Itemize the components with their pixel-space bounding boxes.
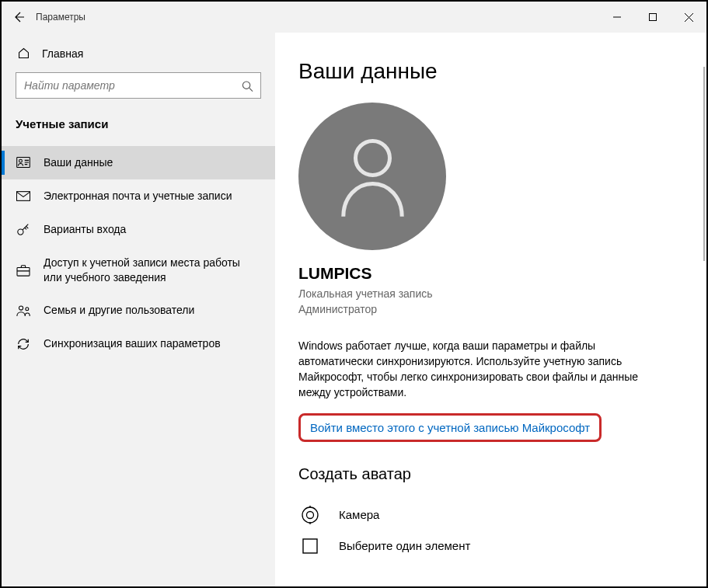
svg-point-3 xyxy=(19,160,23,163)
minimize-button[interactable] xyxy=(599,2,635,33)
minimize-icon xyxy=(613,13,621,21)
svg-point-7 xyxy=(19,306,23,310)
window-title: Параметры xyxy=(36,12,85,23)
arrow-left-icon xyxy=(12,11,25,23)
option-browse[interactable]: Выберите один элемент xyxy=(298,531,683,561)
svg-point-10 xyxy=(302,507,318,523)
titlebar: Параметры xyxy=(2,2,706,33)
sidebar-home-label: Главная xyxy=(42,47,83,60)
briefcase-icon xyxy=(16,264,31,277)
home-icon xyxy=(16,47,31,60)
sidebar-item-email[interactable]: Электронная почта и учетные записи xyxy=(2,179,275,213)
svg-rect-12 xyxy=(303,539,317,553)
scrollbar-thumb[interactable] xyxy=(703,67,705,261)
svg-rect-0 xyxy=(650,14,657,21)
close-icon xyxy=(685,13,693,22)
sidebar-item-signin-options[interactable]: Варианты входа xyxy=(2,213,275,246)
maximize-icon xyxy=(649,13,657,21)
search-icon[interactable] xyxy=(242,81,253,95)
sync-description: Windows работает лучше, когда ваши парам… xyxy=(298,338,671,401)
search-input[interactable] xyxy=(16,72,261,99)
svg-rect-6 xyxy=(17,267,30,276)
sidebar-item-label: Синхронизация ваших параметров xyxy=(44,336,261,351)
key-icon xyxy=(16,222,31,236)
sidebar-item-family[interactable]: Семья и другие пользователи xyxy=(2,294,275,327)
svg-point-8 xyxy=(25,308,28,311)
sidebar-item-label: Ваши данные xyxy=(44,155,261,170)
option-label: Выберите один элемент xyxy=(339,539,470,552)
scrollbar[interactable] xyxy=(703,67,706,582)
content-area: Ваши данные LUMPICS Локальная учетная за… xyxy=(275,33,706,586)
sidebar-item-label: Варианты входа xyxy=(44,222,261,237)
sidebar-item-label: Семья и другие пользователи xyxy=(44,303,261,318)
svg-point-9 xyxy=(355,141,389,175)
sidebar-item-work-access[interactable]: Доступ к учетной записи места работы или… xyxy=(2,246,275,294)
sidebar-item-label: Доступ к учетной записи места работы или… xyxy=(44,256,261,285)
back-button[interactable] xyxy=(2,2,36,33)
option-label: Камера xyxy=(339,508,379,521)
user-card-icon xyxy=(16,157,31,168)
highlight-frame: Войти вместо этого с учетной записью Май… xyxy=(298,413,602,442)
account-role: Администратор xyxy=(298,301,683,317)
svg-point-1 xyxy=(242,82,249,89)
avatar xyxy=(298,103,446,250)
window-controls xyxy=(599,2,706,33)
sidebar-category: Учетные записи xyxy=(2,111,275,146)
create-avatar-heading: Создать аватар xyxy=(298,465,683,483)
username: LUMPICS xyxy=(298,264,683,283)
user-icon xyxy=(336,134,410,219)
svg-point-11 xyxy=(307,511,314,518)
sidebar-item-label: Электронная почта и учетные записи xyxy=(44,189,261,204)
maximize-button[interactable] xyxy=(635,2,671,33)
sidebar-item-sync[interactable]: Синхронизация ваших параметров xyxy=(2,327,275,360)
search-wrap xyxy=(2,66,275,111)
mail-icon xyxy=(16,191,31,201)
page-title: Ваши данные xyxy=(298,59,683,84)
sync-icon xyxy=(16,337,31,351)
sidebar-item-your-info[interactable]: Ваши данные xyxy=(2,146,275,179)
svg-point-5 xyxy=(18,229,23,235)
sign-in-microsoft-link[interactable]: Войти вместо этого с учетной записью Май… xyxy=(310,421,590,434)
people-icon xyxy=(16,304,31,317)
account-type: Локальная учетная запись xyxy=(298,286,683,301)
option-camera[interactable]: Камера xyxy=(298,499,683,531)
close-button[interactable] xyxy=(671,2,706,33)
browse-icon xyxy=(298,538,322,555)
camera-icon xyxy=(298,505,322,525)
sidebar-home[interactable]: Главная xyxy=(2,39,275,66)
sidebar: Главная Учетные записи Ваши данные Элект… xyxy=(2,33,275,586)
